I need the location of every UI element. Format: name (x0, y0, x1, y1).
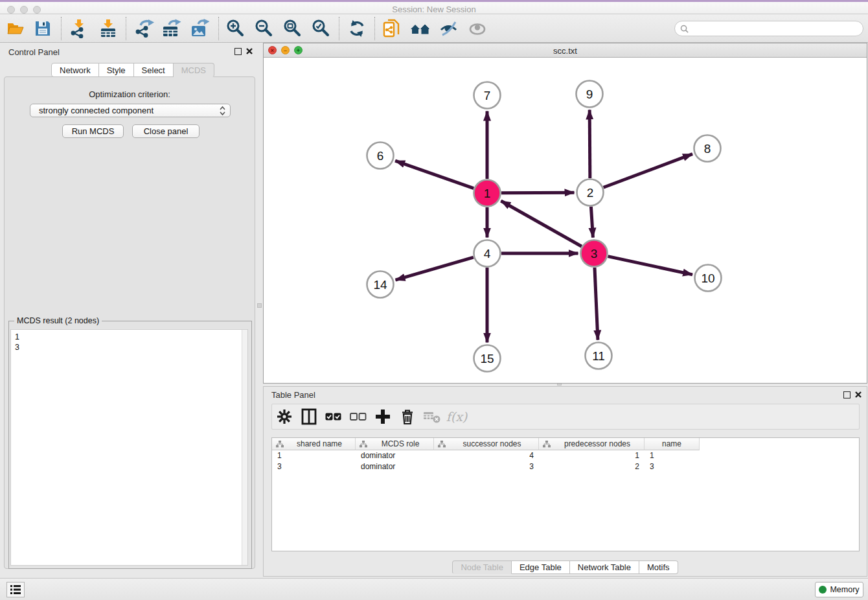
memory-label: Memory (830, 585, 859, 594)
close-panel-icon[interactable] (246, 47, 253, 55)
graph-edge-2-9[interactable] (589, 110, 590, 178)
column-header-successor-nodes[interactable]: successor nodes (434, 438, 539, 450)
table-row[interactable]: 3dominator323 (272, 461, 859, 472)
save-session-icon[interactable] (32, 18, 54, 39)
graph-edge-1-6[interactable] (395, 161, 474, 189)
shared-column-icon (276, 441, 284, 448)
graph-node-14[interactable]: 14 (367, 271, 394, 298)
application-window: Session: New Session (0, 0, 868, 600)
graph-node-7[interactable]: 7 (474, 82, 501, 109)
table-cell[interactable]: dominator (356, 461, 434, 472)
optimization-criterion-select[interactable]: strongly connected component (30, 104, 231, 117)
memory-button[interactable]: Memory (815, 582, 863, 597)
mcds-result-scrollbar[interactable] (242, 330, 247, 565)
table-float-icon[interactable] (843, 391, 851, 398)
delete-column-icon[interactable] (395, 406, 420, 427)
hide-selected-icon[interactable] (438, 18, 460, 39)
table-settings-icon[interactable] (272, 406, 297, 427)
show-columns-icon[interactable] (297, 406, 321, 427)
graph-node-2[interactable]: 2 (577, 179, 604, 206)
table-cell[interactable]: 3 (645, 461, 700, 472)
select-all-icon[interactable] (321, 406, 346, 427)
open-session-icon[interactable] (5, 18, 27, 39)
search-icon (680, 25, 689, 33)
import-network-icon[interactable] (67, 18, 89, 39)
clone-network-icon[interactable] (381, 18, 403, 39)
shared-column-icon (543, 441, 551, 448)
tab-select[interactable]: Select (134, 63, 174, 77)
table-cell[interactable]: 1 (645, 450, 700, 461)
mcds-result-textarea[interactable]: 1 3 (10, 329, 248, 566)
tab-style[interactable]: Style (99, 63, 134, 77)
apply-layout-icon[interactable] (346, 18, 368, 39)
zoom-in-icon[interactable] (224, 18, 246, 39)
graph-edge-2-3[interactable] (591, 207, 593, 238)
export-network-icon[interactable] (133, 18, 155, 39)
graph-node-11[interactable]: 11 (586, 343, 612, 369)
task-history-button[interactable] (6, 582, 25, 597)
dropdown-value: strongly connected component (39, 106, 154, 115)
table-close-icon[interactable] (854, 391, 862, 398)
graph-node-10[interactable]: 10 (695, 265, 722, 292)
graph-node-1[interactable]: 1 (474, 180, 501, 207)
window-title: Session: New Session (0, 5, 868, 14)
column-header-predecessor-nodes[interactable]: predecessor nodes (539, 438, 645, 450)
graph-edge-1-2[interactable] (501, 192, 575, 193)
table-cell[interactable]: dominator (356, 450, 434, 461)
tab-edge-table[interactable]: Edge Table (512, 560, 570, 574)
float-panel-icon[interactable] (234, 48, 242, 55)
table-cell[interactable]: 3 (434, 461, 539, 472)
table-row[interactable]: 1dominator411 (272, 450, 859, 461)
table-cell[interactable]: 1 (272, 450, 356, 461)
table-cell[interactable]: 3 (272, 461, 356, 472)
table-cell[interactable]: 1 (539, 450, 645, 461)
show-hidden-icon[interactable] (466, 18, 488, 39)
export-table-icon[interactable] (161, 18, 183, 39)
svg-text:8: 8 (704, 142, 711, 156)
graph-node-4[interactable]: 4 (474, 240, 501, 267)
toolbar-search[interactable] (674, 21, 863, 36)
column-header-MCDS-role[interactable]: MCDS role (356, 438, 434, 450)
graph-node-15[interactable]: 15 (474, 345, 501, 372)
tab-mcds[interactable]: MCDS (174, 63, 214, 77)
run-mcds-button[interactable]: Run MCDS (62, 124, 124, 138)
add-column-icon[interactable] (371, 406, 395, 427)
network-window-titlebar[interactable]: × – + scc.txt (264, 43, 867, 58)
search-input[interactable] (691, 24, 853, 33)
table-panel: Table Panel (263, 386, 867, 577)
tab-motifs[interactable]: Motifs (639, 560, 678, 574)
column-header-name[interactable]: name (645, 438, 700, 450)
tab-network-table[interactable]: Network Table (570, 560, 639, 574)
graph-edge-3-10[interactable] (608, 257, 693, 275)
column-header-shared-name[interactable]: shared name (272, 438, 356, 450)
graph-node-8[interactable]: 8 (694, 135, 721, 162)
toolbar-separator (339, 17, 339, 40)
graph-edge-3-1[interactable] (501, 201, 581, 246)
export-image-icon[interactable] (189, 18, 211, 39)
close-panel-button[interactable]: Close panel (132, 124, 200, 138)
graph-edge-3-11[interactable] (595, 268, 598, 340)
graph-edge-4-14[interactable] (396, 257, 474, 280)
zoom-out-icon[interactable] (253, 18, 275, 39)
vertical-splitter-handle[interactable] (257, 303, 262, 308)
show-networks-icon[interactable] (409, 18, 431, 39)
tab-node-table[interactable]: Node Table (452, 560, 512, 574)
table-cell[interactable]: 2 (539, 461, 645, 472)
control-panel-title: Control Panel (8, 47, 60, 57)
table-panel-title: Table Panel (271, 390, 315, 400)
graph-node-9[interactable]: 9 (577, 81, 603, 108)
import-table-icon[interactable] (97, 18, 119, 39)
graph-edge-2-8[interactable] (604, 154, 692, 188)
zoom-selected-icon[interactable] (310, 18, 332, 39)
graph-node-3[interactable]: 3 (581, 240, 608, 267)
table-cell[interactable]: 4 (434, 450, 539, 461)
toolbar-separator (126, 17, 126, 40)
graph-node-6[interactable]: 6 (367, 143, 394, 169)
tab-network[interactable]: Network (51, 63, 99, 77)
toolbar-separator (218, 17, 219, 40)
svg-text:11: 11 (592, 349, 605, 363)
network-canvas-svg[interactable]: 7968124314101511 (264, 58, 867, 383)
optimization-criterion-label: Optimization criterion: (5, 89, 255, 99)
zoom-fit-icon[interactable] (281, 18, 303, 39)
deselect-all-icon[interactable] (346, 406, 371, 427)
